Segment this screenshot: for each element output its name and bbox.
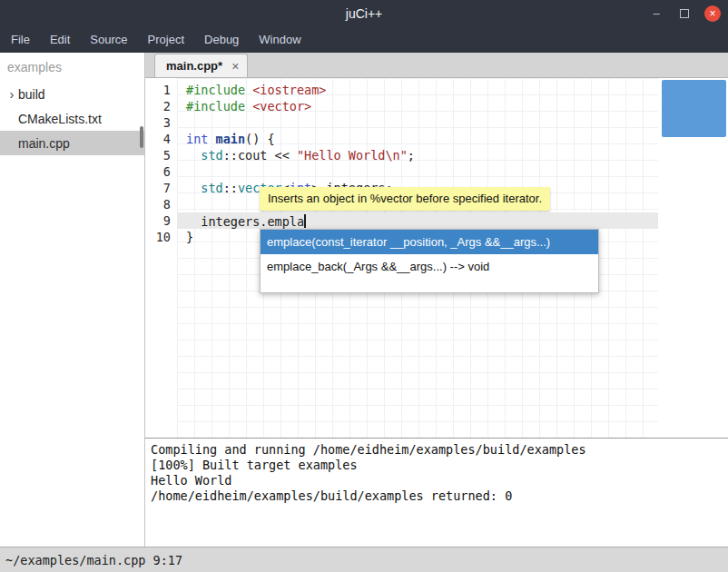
code-text[interactable]: int main() {	[177, 131, 658, 147]
project-name: examples	[0, 53, 144, 82]
code-line: 5 std::cout << "Hello World\n";	[145, 147, 658, 163]
autocomplete-item[interactable]: emplace(const_iterator __position, _Args…	[261, 230, 598, 254]
line-number: 5	[145, 147, 171, 163]
file-name: build	[18, 87, 45, 102]
code-text[interactable]: integers.empla	[177, 212, 658, 229]
sidebar-item-main-cpp[interactable]: main.cpp	[0, 131, 144, 155]
file-name: main.cpp	[18, 136, 70, 151]
code-lines: 1#include <iostream>2#include <vector>34…	[145, 82, 658, 245]
menu-item-source[interactable]: Source	[80, 27, 137, 53]
code-editor[interactable]: 1#include <iostream>2#include <vector>34…	[145, 78, 728, 438]
close-button[interactable]: ×	[704, 5, 721, 22]
line-number: 3	[145, 114, 171, 131]
line-number: 10	[145, 229, 171, 245]
menu-item-project[interactable]: Project	[138, 27, 194, 53]
tab-label: main.cpp*	[166, 59, 222, 73]
terminal-line: [100%] Built target examples	[151, 458, 723, 473]
code-line: 1#include <iostream>	[145, 82, 658, 98]
minimize-button[interactable]: –	[648, 5, 664, 22]
terminal-output[interactable]: Compiling and running /home/eidheim/exam…	[145, 438, 728, 547]
line-number: 7	[145, 180, 171, 196]
chevron-right-icon[interactable]: ›	[5, 86, 18, 102]
sidebar: examples ›buildCMakeLists.txtmain.cpp	[0, 53, 145, 547]
sidebar-item-build[interactable]: ›build	[0, 82, 144, 106]
code-text[interactable]	[177, 114, 658, 131]
terminal-line: Compiling and running /home/eidheim/exam…	[151, 442, 723, 458]
main-area: examples ›buildCMakeLists.txtmain.cpp ma…	[0, 53, 728, 547]
sidebar-item-cmakelists-txt[interactable]: CMakeLists.txt	[0, 106, 144, 131]
line-number: 9	[145, 212, 171, 229]
code-line: 4int main() {	[145, 131, 658, 147]
menu-item-window[interactable]: Window	[249, 27, 310, 53]
code-text[interactable]	[177, 163, 658, 180]
autocomplete-popup: emplace(const_iterator __position, _Args…	[260, 229, 599, 293]
code-line: 9 integers.empla	[145, 212, 658, 229]
code-text[interactable]: #include <vector>	[177, 98, 658, 114]
code-line: 2#include <vector>	[145, 98, 658, 114]
tab-main-cpp[interactable]: main.cpp* ×	[154, 54, 248, 77]
menu-bar: FileEditSourceProjectDebugWindow	[0, 27, 728, 53]
autocomplete-item[interactable]: emplace_back(_Args &&__args...) --> void	[261, 254, 598, 279]
text-cursor	[304, 214, 306, 228]
menu-item-file[interactable]: File	[1, 27, 40, 53]
line-number: 8	[145, 196, 171, 212]
doc-tooltip: Inserts an object in %vector before spec…	[260, 187, 550, 211]
tab-bar: main.cpp* ×	[145, 53, 728, 78]
code-text[interactable]: #include <iostream>	[177, 82, 658, 98]
file-name: CMakeLists.txt	[18, 112, 102, 126]
status-bar: ~/examples/main.cpp 9:17	[0, 547, 728, 572]
maximize-button[interactable]	[676, 5, 693, 22]
line-number: 6	[145, 163, 171, 180]
line-number: 2	[145, 98, 171, 114]
scroll-overview[interactable]	[662, 80, 726, 137]
code-line: 6	[145, 163, 658, 180]
terminal-line: /home/eidheim/examples/build/examples re…	[151, 488, 723, 504]
window-controls: – ×	[648, 0, 721, 27]
menu-item-edit[interactable]: Edit	[40, 27, 80, 53]
titlebar[interactable]: juCi++ – ×	[0, 0, 728, 27]
editor-column: main.cpp* × 1#include <iostream>2#includ…	[145, 53, 728, 547]
terminal-line: Hello World	[151, 473, 723, 488]
code-line: 3	[145, 114, 658, 131]
sidebar-scrollbar-thumb[interactable]	[140, 126, 143, 148]
status-path: ~/examples/main.cpp 9:17	[5, 553, 182, 567]
file-tree: ›buildCMakeLists.txtmain.cpp	[0, 82, 144, 155]
line-number: 1	[145, 82, 171, 98]
juci-window: juCi++ – × FileEditSourceProjectDebugWin…	[0, 0, 728, 572]
code-text[interactable]: std::cout << "Hello World\n";	[177, 147, 658, 163]
tab-close-icon[interactable]: ×	[231, 59, 239, 74]
restore-icon	[680, 9, 689, 18]
menu-item-debug[interactable]: Debug	[194, 27, 249, 53]
window-title: juCi++	[346, 6, 382, 21]
line-number: 4	[145, 131, 171, 147]
